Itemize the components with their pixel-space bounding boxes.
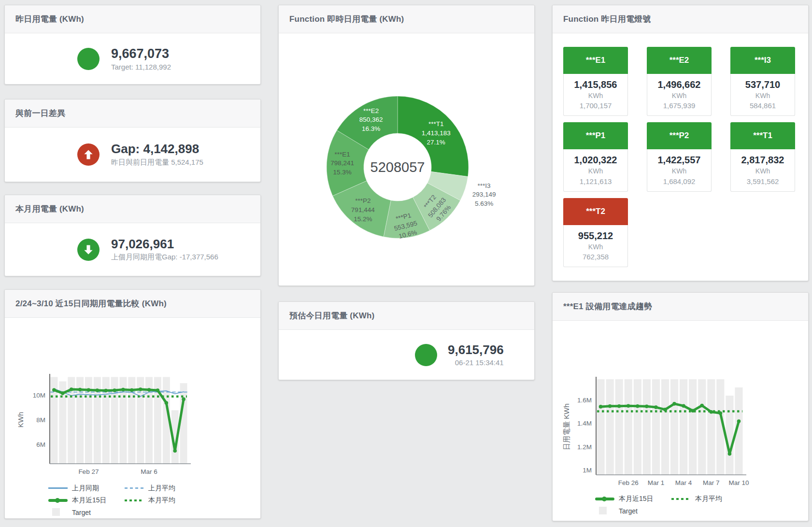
- stat-text: 9,667,073 Target: 11,128,992: [111, 46, 171, 71]
- legend-label: 本月近15日: [619, 495, 654, 503]
- legend-swatch-square-icon: [48, 509, 68, 516]
- target-bar: [670, 379, 678, 475]
- lamp-tile-target: 1,700,157: [565, 100, 627, 111]
- legend-item-本月近15日[interactable]: 本月近15日: [48, 494, 125, 506]
- series-marker: [700, 404, 704, 408]
- legend-item-本月平均[interactable]: 本月平均: [671, 493, 744, 505]
- y-tick-label: 1.6M: [577, 397, 592, 404]
- series-marker: [156, 388, 160, 392]
- y-tick-label: 1M: [583, 467, 592, 474]
- lamp-tile-unit: KWh: [648, 166, 710, 176]
- lamp-tile-unit: KWh: [565, 91, 627, 100]
- series-marker: [121, 388, 125, 392]
- donut-slice-label: ***I3293,1495.63%: [472, 182, 496, 209]
- series-marker: [165, 401, 169, 405]
- lamp-tile-header: ***E1: [563, 47, 628, 74]
- lamp-tile-value: 2,817,832: [732, 154, 794, 166]
- legend-swatch-line-icon: [48, 484, 68, 492]
- lamp-tile-P1[interactable]: ***P11,020,322KWh1,121,613: [563, 122, 628, 191]
- target-bar: [689, 379, 697, 475]
- lamp-tile-target: 762,358: [565, 252, 627, 262]
- legend-swatch-dashed-icon: [125, 484, 144, 492]
- donut-slice-label: ***T11,413,18327.1%: [422, 120, 451, 147]
- donut-chart: ***T11,413,18327.1%***I3293,1495.63%***T…: [279, 33, 534, 285]
- legend-item-上月同期[interactable]: 上月同期: [48, 482, 125, 494]
- panel-header[interactable]: 與前一日差異: [5, 100, 260, 128]
- legend-swatch-dotted-icon: [125, 497, 144, 504]
- line-chart-svg: 1M1.2M1.4M1.6M日用電量 KWhFeb 26Mar 1Mar 4Ma…: [553, 321, 808, 489]
- panel-header[interactable]: 昨日用電量 (KWh): [5, 5, 260, 33]
- stat-subtext: 06-21 15:34:41: [448, 358, 504, 367]
- lamp-tile-body: 2,817,832KWh3,591,562: [730, 149, 795, 191]
- y-axis-title: 日用電量 KWh: [562, 403, 570, 450]
- legend-item-Target[interactable]: Target: [48, 506, 125, 518]
- lamp-tile-body: 1,020,322KWh1,121,613: [563, 149, 628, 191]
- series-marker: [737, 419, 741, 423]
- panel-header[interactable]: 預估今日用電量 (KWh): [279, 302, 534, 330]
- legend-item-Target[interactable]: Target: [595, 505, 671, 517]
- lamp-tile-target: 1,675,939: [648, 100, 710, 111]
- status-circle-icon: [77, 48, 100, 70]
- lamp-tile-T2[interactable]: ***T2955,212KWh762,358: [563, 198, 628, 267]
- panel-header[interactable]: 本月用電量 (KWh): [5, 195, 260, 223]
- series-marker: [87, 388, 91, 392]
- lamp-tile-T1[interactable]: ***T12,817,832KWh3,591,562: [730, 122, 795, 191]
- series-marker: [96, 388, 100, 392]
- panel-title: Function 即時日用電量 (KWh): [289, 14, 404, 25]
- target-bar: [615, 379, 623, 475]
- legend-item-上月平均[interactable]: 上月平均: [125, 482, 197, 494]
- legend-swatch-thick-icon: [48, 497, 68, 504]
- legend-swatch-thick-icon: [595, 495, 614, 502]
- dashboard: 昨日用電量 (KWh) 9,667,073 Target: 11,128,992…: [0, 0, 812, 527]
- series-marker: [70, 387, 73, 391]
- lamp-tile-I3[interactable]: ***I3537,710KWh584,861: [730, 47, 795, 116]
- lamp-tile-value: 1,496,662: [648, 78, 710, 91]
- series-marker: [173, 449, 177, 453]
- series-marker: [654, 405, 658, 409]
- lamp-tile-value: 1,415,856: [565, 78, 627, 91]
- legend-item-本月近15日[interactable]: 本月近15日: [595, 493, 671, 505]
- panel-header[interactable]: 2/24~3/10 近15日同期用電量比較 (KWh): [5, 290, 260, 318]
- panel-header[interactable]: Function 昨日用電燈號: [553, 5, 808, 33]
- y-tick-label: 10M: [33, 392, 45, 399]
- lamp-tile-E1[interactable]: ***E11,415,856KWh1,700,157: [563, 47, 628, 116]
- panel-gap-previous-day: 與前一日差異 Gap: 4,142,898 昨日與前日用電量 5,524,175: [4, 99, 261, 182]
- legend-item-本月平均[interactable]: 本月平均: [125, 494, 197, 506]
- lamp-tile-header: ***T1: [730, 122, 795, 149]
- donut-slice-label: ***E1798,24115.3%: [330, 150, 354, 177]
- lamp-tile-body: 537,710KWh584,861: [730, 74, 795, 116]
- trend-line-chart: 1M1.2M1.4M1.6M日用電量 KWhFeb 26Mar 1Mar 4Ma…: [553, 321, 808, 489]
- lamp-tile-header: ***E2: [647, 47, 712, 74]
- lamp-tile-value: 537,710: [732, 78, 794, 91]
- stat-value: 97,026,961: [111, 237, 218, 252]
- lamp-tile-value: 1,422,557: [648, 154, 710, 166]
- series-marker: [130, 388, 134, 392]
- x-tick-label: Mar 4: [675, 479, 692, 486]
- donut-center-total: 5208057: [370, 159, 425, 175]
- series-marker: [599, 405, 603, 409]
- status-circle-icon: [415, 344, 437, 366]
- legend-swatch-dotted-icon: [671, 495, 691, 502]
- target-bar: [652, 379, 660, 475]
- lamp-tile-body: 1,422,557KWh1,684,092: [647, 149, 712, 191]
- stat-subtext: 昨日與前日用電量 5,524,175: [111, 158, 203, 167]
- panel-header[interactable]: Function 即時日用電量 (KWh): [279, 5, 534, 33]
- panel-title: ***E1 設備用電達成趨勢: [563, 301, 652, 312]
- lamp-tile-unit: KWh: [565, 242, 627, 252]
- chart-legend: 上月同期上月平均本月近15日本月平均Target: [48, 482, 203, 518]
- lamp-tile-P2[interactable]: ***P21,422,557KWh1,684,092: [647, 122, 712, 191]
- lamp-tile-header: ***I3: [730, 47, 795, 74]
- series-marker: [78, 388, 82, 392]
- y-tick-label: 6M: [36, 441, 45, 448]
- lamp-tile-value: 1,020,322: [565, 154, 627, 166]
- panel-header[interactable]: ***E1 設備用電達成趨勢: [553, 293, 808, 321]
- lamp-tile-target: 1,121,613: [565, 176, 627, 186]
- panel-title: 與前一日差異: [15, 108, 65, 119]
- target-bar: [606, 379, 614, 475]
- panel-month-usage: 本月用電量 (KWh) 97,026,961 上個月同期用電Gap: -17,3…: [4, 195, 261, 276]
- y-axis-title: KWh: [16, 412, 25, 428]
- lamp-tile-E2[interactable]: ***E21,496,662KWh1,675,939: [647, 47, 712, 116]
- target-bar: [661, 379, 669, 475]
- series-marker: [627, 404, 630, 408]
- stat-value: 9,615,796: [448, 343, 504, 357]
